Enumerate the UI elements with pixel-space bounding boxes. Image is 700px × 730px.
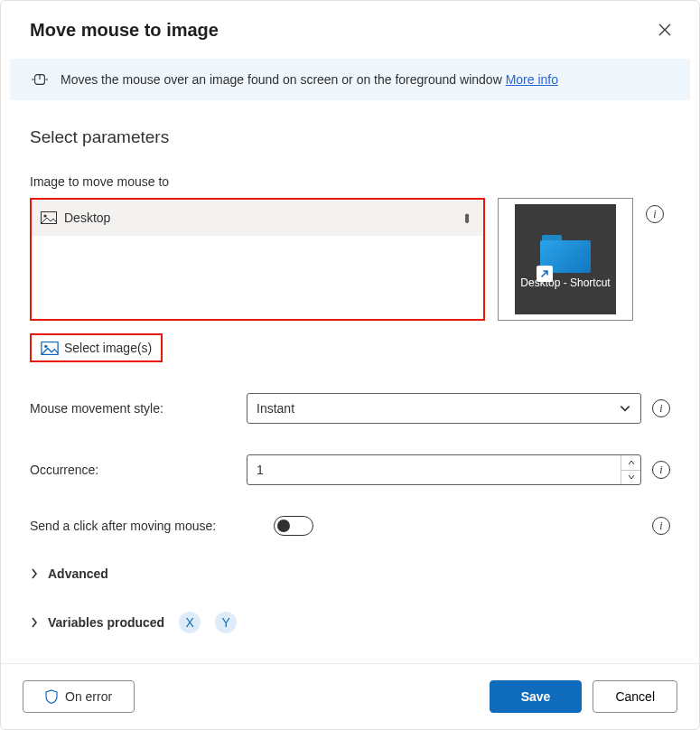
save-button[interactable]: Save bbox=[490, 680, 583, 713]
on-error-label: On error bbox=[65, 689, 112, 704]
toggle-knob bbox=[277, 519, 290, 532]
svg-point-1 bbox=[43, 214, 46, 217]
image-item-menu-button[interactable]: ••• bbox=[460, 214, 474, 222]
variables-label: Variables produced bbox=[48, 615, 164, 630]
variable-pill-y[interactable]: Y bbox=[215, 612, 237, 633]
occurrence-row: Occurrence: 1 i bbox=[30, 454, 670, 485]
mouse-style-dropdown[interactable]: Instant bbox=[247, 393, 641, 424]
variables-expander[interactable]: Variables produced X Y bbox=[30, 612, 670, 633]
variable-pill-x[interactable]: X bbox=[179, 612, 201, 633]
more-info-link[interactable]: More info bbox=[506, 72, 558, 87]
info-bar: Moves the mouse over an image found on s… bbox=[10, 59, 690, 100]
image-item-desktop[interactable]: Desktop ••• bbox=[32, 200, 483, 236]
send-click-label: Send a click after moving mouse: bbox=[30, 519, 263, 533]
chevron-right-icon bbox=[30, 617, 39, 628]
advanced-expander[interactable]: Advanced bbox=[30, 566, 670, 581]
image-list[interactable]: Desktop ••• bbox=[30, 198, 485, 321]
image-item-name: Desktop bbox=[64, 211, 453, 225]
info-text-content: Moves the mouse over an image found on s… bbox=[61, 72, 506, 87]
close-button[interactable] bbox=[652, 17, 677, 42]
save-label: Save bbox=[521, 689, 551, 704]
chevron-right-icon bbox=[30, 568, 39, 579]
send-click-row: Send a click after moving mouse: i bbox=[30, 516, 670, 536]
mouse-style-label: Mouse movement style: bbox=[30, 401, 236, 416]
image-field-info-icon[interactable]: i bbox=[646, 205, 664, 223]
cancel-label: Cancel bbox=[615, 689, 655, 704]
on-error-button[interactable]: On error bbox=[23, 680, 135, 713]
shield-icon bbox=[45, 689, 58, 704]
mouse-style-row: Mouse movement style: Instant i bbox=[30, 393, 670, 424]
section-title: Select parameters bbox=[30, 127, 670, 147]
dialog-header: Move mouse to image bbox=[1, 1, 699, 55]
send-click-info-icon[interactable]: i bbox=[652, 517, 670, 535]
advanced-label: Advanced bbox=[48, 566, 108, 581]
occurrence-step-up[interactable] bbox=[621, 455, 640, 471]
preview-thumb: Desktop - Shortcut bbox=[515, 204, 616, 314]
info-text: Moves the mouse over an image found on s… bbox=[61, 72, 558, 87]
mouse-style-info-icon[interactable]: i bbox=[652, 399, 670, 417]
occurrence-input[interactable]: 1 bbox=[247, 454, 641, 485]
send-click-toggle[interactable] bbox=[274, 516, 313, 536]
occurrence-step-down[interactable] bbox=[621, 471, 640, 485]
image-icon bbox=[41, 342, 59, 355]
folder-icon bbox=[540, 235, 591, 273]
occurrence-value: 1 bbox=[257, 463, 621, 477]
mouse-style-value: Instant bbox=[257, 401, 619, 416]
image-preview: Desktop - Shortcut bbox=[498, 198, 633, 321]
occurrence-label: Occurrence: bbox=[30, 463, 236, 477]
shortcut-overlay-icon bbox=[537, 266, 553, 282]
image-row: Desktop ••• Desktop - Shortcut i bbox=[30, 198, 670, 321]
svg-point-3 bbox=[44, 344, 47, 347]
image-field-label: Image to move mouse to bbox=[30, 174, 670, 189]
occurrence-info-icon[interactable]: i bbox=[652, 461, 670, 479]
cancel-button[interactable]: Cancel bbox=[593, 680, 677, 713]
preview-caption: Desktop - Shortcut bbox=[520, 276, 610, 290]
dialog-body: Select parameters Image to move mouse to… bbox=[1, 100, 699, 663]
image-icon bbox=[41, 211, 57, 224]
close-icon bbox=[658, 23, 671, 36]
chevron-down-icon bbox=[619, 402, 631, 415]
occurrence-spinners bbox=[621, 455, 640, 484]
select-images-button[interactable]: Select image(s) bbox=[30, 333, 163, 362]
dialog-footer: On error Save Cancel bbox=[1, 663, 699, 729]
dialog-title: Move mouse to image bbox=[30, 20, 219, 41]
select-images-label: Select image(s) bbox=[64, 341, 152, 355]
mouse-target-icon bbox=[32, 71, 48, 88]
